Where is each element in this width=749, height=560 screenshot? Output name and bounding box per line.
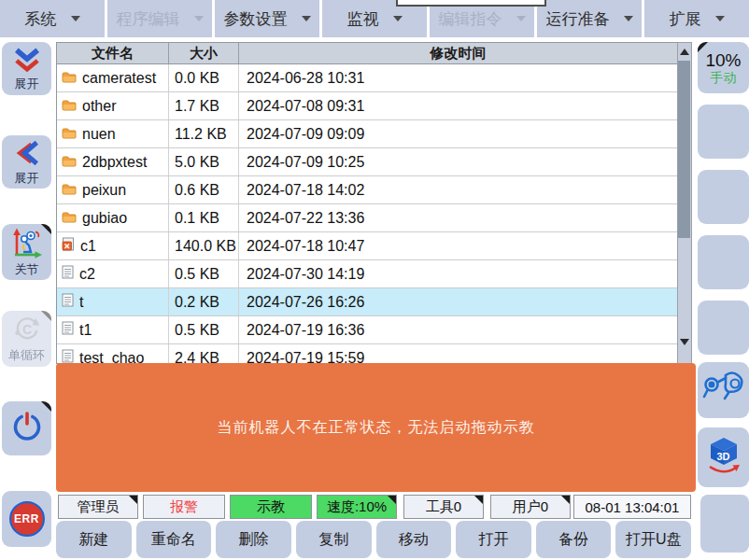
table-header: 文件名 大小 修改时间 <box>57 43 677 64</box>
file-time: 2024-07-19 15:59 <box>239 344 677 364</box>
menu-label: 编辑指令 <box>439 8 502 30</box>
table-row[interactable]: cameratest 0.0 KB 2024-06-28 10:31 <box>57 64 677 92</box>
file-time: 2024-07-08 09:31 <box>239 92 677 119</box>
datetime-label: 08-01 13:04:01 <box>586 499 680 515</box>
file-time: 2024-07-26 16:26 <box>239 288 677 315</box>
right-panel-button-empty-2[interactable] <box>698 170 749 224</box>
menu-label: 运行准备 <box>546 8 610 30</box>
file-size: 0.6 KB <box>169 176 239 203</box>
menu-label: 监视 <box>347 8 379 30</box>
folder-icon <box>62 210 77 227</box>
double-chevron-down-icon <box>10 47 44 77</box>
file-name: cameratest <box>82 70 156 87</box>
open-button[interactable]: 打开 <box>456 521 531 558</box>
top-menu-bar: 系统 程序编辑 参数设置 监视 编辑指令 运行准备 扩展 <box>0 0 749 37</box>
open-usb-button[interactable]: 打开U盘 <box>615 521 691 558</box>
status-alarm[interactable]: 报警 <box>143 495 225 519</box>
chevron-down-icon <box>71 16 80 21</box>
table-row[interactable]: gubiao 0.1 KB 2024-07-22 13:36 <box>57 204 677 232</box>
file-size: 0.1 KB <box>169 204 239 231</box>
menu-label: 扩展 <box>670 8 701 30</box>
scroll-up-icon[interactable] <box>678 44 690 59</box>
file-size: 11.2 KB <box>169 120 239 147</box>
power-button[interactable] <box>2 401 51 455</box>
expand-down-button[interactable]: 展开 <box>2 42 51 95</box>
single-cycle-button: C 单循环 <box>2 311 51 367</box>
table-row[interactable]: other 1.7 KB 2024-07-08 09:31 <box>57 92 677 120</box>
bottom-right-button[interactable] <box>700 495 749 553</box>
new-button[interactable]: 新建 <box>56 521 132 558</box>
column-header-modified[interactable]: 修改时间 <box>239 43 677 63</box>
menu-system[interactable]: 系统 <box>0 0 105 37</box>
folder-icon <box>62 126 77 143</box>
speed-mode-button[interactable]: 10% 手动 <box>698 42 749 93</box>
file-size: 0.0 KB <box>169 64 239 91</box>
table-row[interactable]: peixun 0.6 KB 2024-07-18 14:02 <box>57 176 677 204</box>
scrollbar-thumb[interactable] <box>678 61 690 238</box>
backup-button[interactable]: 备份 <box>536 521 612 558</box>
alarm-label: 报警 <box>170 498 198 516</box>
menu-parameter-settings[interactable]: 参数设置 <box>215 0 319 37</box>
table-row[interactable]: t1 0.5 KB 2024-07-19 16:36 <box>57 316 677 344</box>
teach-pendant-screen: 系统 程序编辑 参数设置 监视 编辑指令 运行准备 扩展 展开 展开 <box>0 0 749 560</box>
drag-teach-button[interactable] <box>698 362 749 418</box>
chevron-down-icon <box>715 16 725 21</box>
double-chevron-left-icon <box>13 139 41 171</box>
robot-status-message: 当前机器人不在正常状态，无法启动拖动示教 <box>56 363 696 492</box>
column-header-filename[interactable]: 文件名 <box>57 43 169 63</box>
corner-marker <box>388 496 396 504</box>
column-header-size[interactable]: 大小 <box>169 43 239 63</box>
speed-label: 速度:10% <box>327 498 387 516</box>
status-role[interactable]: 管理员 <box>58 495 138 519</box>
table-row[interactable]: 2dbpxtest 5.0 KB 2024-07-09 10:25 <box>57 148 677 176</box>
error-button[interactable]: ERR <box>2 491 51 547</box>
speed-percent: 10% <box>705 50 741 71</box>
file-size: 0.5 KB <box>169 260 239 287</box>
status-speed[interactable]: 速度:10% <box>317 495 397 519</box>
corner-marker <box>41 401 51 412</box>
doc-icon <box>62 293 74 311</box>
table-row[interactable]: t 0.2 KB 2024-07-26 16:26 <box>57 288 677 316</box>
move-button[interactable]: 移动 <box>376 521 452 558</box>
copy-button[interactable]: 复制 <box>296 521 372 558</box>
partial-window-fragment <box>396 0 546 7</box>
status-user-frame[interactable]: 用户0 <box>490 495 571 519</box>
file-name: 2dbpxtest <box>82 154 147 171</box>
file-time: 2024-07-19 16:36 <box>239 316 677 343</box>
menu-program-edit: 程序编辑 <box>107 0 212 37</box>
status-tool[interactable]: 工具0 <box>403 495 484 519</box>
table-row[interactable]: c1 140.0 KB 2024-07-18 10:47 <box>57 232 677 260</box>
vertical-scrollbar[interactable] <box>678 42 692 364</box>
menu-run-prepare[interactable]: 运行准备 <box>537 0 642 37</box>
joint-coord-button[interactable]: 关节 <box>2 224 51 280</box>
manual-mode-label: 手动 <box>711 70 737 85</box>
corner-marker <box>561 496 570 504</box>
role-label: 管理员 <box>78 498 120 516</box>
status-teach-mode[interactable]: 示教 <box>230 495 312 519</box>
scroll-down-icon[interactable] <box>678 334 690 349</box>
menu-extension[interactable]: 扩展 <box>644 0 749 37</box>
right-panel-button-empty-4[interactable] <box>698 301 749 355</box>
file-size: 1.7 KB <box>169 92 239 119</box>
expand-down-label: 展开 <box>15 77 39 91</box>
file-table: 文件名 大小 修改时间 cameratest 0.0 KB 2024-06-28… <box>56 42 692 364</box>
view-3d-button[interactable]: 3D <box>698 427 749 487</box>
status-datetime: 08-01 13:04:01 <box>573 495 691 519</box>
menu-label: 程序编辑 <box>117 8 180 30</box>
table-row[interactable]: test_chao 2.4 KB 2024-07-19 15:59 <box>57 344 677 364</box>
chevron-down-icon <box>624 16 633 21</box>
right-panel-button-empty-1[interactable] <box>698 105 749 159</box>
right-panel-button-empty-3[interactable] <box>698 235 749 289</box>
table-row[interactable]: c2 0.5 KB 2024-07-30 14:19 <box>57 260 677 288</box>
single-cycle-icon: C <box>12 315 42 348</box>
expand-left-button[interactable]: 展开 <box>2 135 51 189</box>
file-action-bar: 新建 重命名 删除 复制 移动 打开 备份 打开U盘 <box>56 521 691 558</box>
expand-left-label: 展开 <box>15 172 39 185</box>
file-name: other <box>82 98 116 115</box>
rename-button[interactable]: 重命名 <box>136 521 212 558</box>
table-row[interactable]: nuen 11.2 KB 2024-07-09 09:09 <box>57 120 677 148</box>
joint-label: 关节 <box>15 263 39 276</box>
delete-button[interactable]: 删除 <box>216 521 291 558</box>
file-time: 2024-06-28 10:31 <box>239 64 677 91</box>
file-size: 140.0 KB <box>169 232 239 259</box>
